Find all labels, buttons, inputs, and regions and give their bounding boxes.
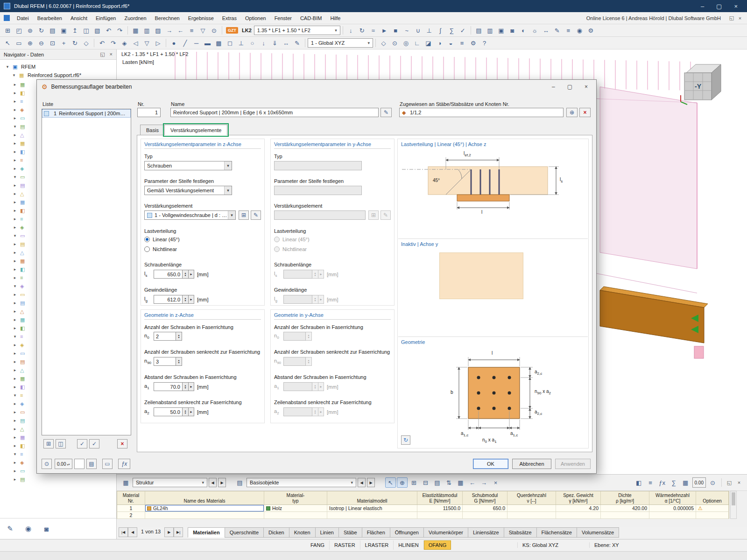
chevron-right-icon[interactable]: ▾ (12, 284, 18, 288)
new-list-item-button[interactable]: ⊞ (43, 439, 54, 448)
chevron-right-icon[interactable]: ▸ (12, 166, 18, 171)
dialog-zoom-button[interactable]: ⊙ (42, 459, 52, 469)
table-settings-icon[interactable]: ≡ (186, 25, 197, 35)
chevron-right-icon[interactable]: ▸ (12, 99, 18, 104)
box-select-icon[interactable]: ▭ (14, 38, 24, 48)
edit-reinforcement-button[interactable]: ✎ (251, 210, 261, 220)
line-icon[interactable]: ╱ (180, 38, 190, 48)
column-header[interactable]: Optionen (696, 491, 729, 504)
clear-assignment-button[interactable]: × (579, 108, 591, 117)
spinner-arrows[interactable]: ▴▾ (183, 295, 189, 304)
chevron-right-icon[interactable]: ▸ (12, 469, 18, 473)
column-header[interactable]: MaterialNr. (117, 491, 145, 504)
edit-name-button[interactable]: ✎ (381, 108, 392, 117)
maximize-button[interactable]: ▢ (716, 3, 722, 10)
paste-icon[interactable]: ▧ (92, 25, 103, 35)
internal-forces-icon[interactable]: ∫ (435, 25, 446, 35)
load-icon[interactable]: ↓ (345, 25, 356, 35)
clipboard-icon[interactable]: ▣ (496, 25, 507, 35)
pick-list-button[interactable]: ▤ (86, 459, 97, 469)
column-header[interactable]: Spez. Gewichtγ [kN/m³] (556, 491, 601, 504)
view-y-icon[interactable]: ▽ (141, 38, 152, 48)
chevron-down-icon[interactable]: ▾ (5, 64, 10, 69)
color-swatch-button[interactable] (74, 459, 85, 469)
support-forces-icon[interactable]: ⊥ (424, 25, 435, 35)
column-header[interactable]: Material-typ (264, 491, 327, 504)
table-edit-icon[interactable]: ▨ (153, 25, 163, 35)
table-tab[interactable]: Liniensätze (468, 527, 504, 538)
menu-item[interactable]: Optionen (241, 14, 270, 23)
a1-input[interactable]: 70.0 (154, 382, 183, 391)
table-icon[interactable]: ▦ (130, 25, 141, 35)
detail-picker-button[interactable]: ▸ (189, 407, 194, 416)
detail-picker-button[interactable]: ▸ (189, 270, 194, 279)
menu-item[interactable]: Bearbeiten (33, 14, 66, 23)
stiffness-param-select[interactable]: Gemäß Verstärkungselement▾ (144, 186, 232, 195)
dimension-icon[interactable]: ↔ (281, 38, 291, 48)
design-check-icon[interactable]: ✓ (458, 25, 468, 35)
chevron-right-icon[interactable]: ▸ (12, 259, 18, 263)
float-table-icon[interactable]: ◱ (725, 478, 733, 487)
chevron-right-icon[interactable]: ▸ (12, 292, 18, 297)
snap-toggle[interactable]: FANG (306, 540, 330, 550)
copy-icon[interactable]: ◫ (81, 25, 92, 35)
light-icon[interactable]: ☼ (529, 25, 540, 35)
tab-verstaerkungselemente[interactable]: Verstärkungselemente (164, 125, 227, 135)
formula-button[interactable]: ƒx (118, 459, 130, 469)
chevron-right-icon[interactable]: ▸ (12, 91, 18, 95)
chevron-right-icon[interactable]: ▸ (12, 317, 18, 322)
sync-icon[interactable]: ↻ (36, 25, 47, 35)
new-reinforcement-button[interactable]: ⊞ (239, 210, 249, 220)
navigator-tree-item[interactable]: ▸ ▤ (0, 475, 116, 483)
table-tab[interactable]: Knoten (289, 527, 316, 538)
report-icon[interactable]: ▤ (473, 25, 484, 35)
chevron-right-icon[interactable]: ▸ (12, 158, 18, 162)
clipping-icon[interactable]: ◪ (423, 38, 434, 48)
chevron-right-icon[interactable]: ▾ (12, 233, 18, 238)
new-row-icon[interactable]: ⊞ (409, 477, 419, 488)
search-icon[interactable]: ⊙ (209, 25, 219, 35)
select-all-button[interactable]: ✓ (77, 439, 87, 448)
chevron-right-icon[interactable]: ▸ (12, 435, 18, 440)
snap-toggle[interactable]: LRASTER (360, 540, 394, 550)
chevron-right-icon[interactable]: ▸ (12, 116, 18, 120)
cancel-button[interactable]: Abbrechen (512, 459, 551, 469)
table-decimals-button[interactable]: 0.00 (692, 477, 706, 488)
solid-icon[interactable]: ▩ (213, 38, 224, 48)
table-tab[interactable]: Materialien (188, 527, 225, 538)
shadow-icon[interactable]: ◒ (445, 38, 456, 48)
chevron-right-icon[interactable]: ▸ (12, 250, 18, 255)
chevron-right-icon[interactable]: ▸ (12, 410, 18, 414)
opening-icon[interactable]: ◻ (225, 38, 235, 48)
calculate-icon[interactable]: ► (379, 25, 390, 35)
table-tab[interactable]: Flächen (362, 527, 390, 538)
spinner-arrows[interactable]: ▴▾ (183, 270, 189, 279)
menu-item[interactable]: CAD-BIM (296, 14, 326, 23)
previous-view-icon[interactable]: ↶ (97, 38, 107, 48)
next-group-button[interactable]: ▶ (367, 478, 375, 487)
next-view-icon[interactable]: ↷ (108, 38, 119, 48)
n0-input[interactable]: 2 (154, 332, 176, 341)
menu-item[interactable]: Zuordnen (120, 14, 150, 23)
new-model-icon[interactable]: ⊞ (2, 25, 13, 35)
results-icon[interactable]: ~ (402, 25, 412, 35)
menu-item[interactable]: Hilfe (326, 14, 345, 23)
chevron-right-icon[interactable]: ▸ (12, 217, 18, 221)
table-tab[interactable]: Stabsätze (504, 527, 537, 538)
ortho-icon[interactable]: ∟ (412, 38, 423, 48)
fill-color-icon[interactable]: ◧ (634, 477, 644, 488)
dock-panel-icon[interactable]: ◱ (100, 51, 105, 57)
select-pointer-icon[interactable]: ↖ (2, 38, 13, 48)
menu-item[interactable]: Einfügen (92, 14, 120, 23)
table-tab[interactable]: Öffnungen (390, 527, 424, 538)
tab-basis[interactable]: Basis (140, 125, 165, 135)
nonlinear-radio[interactable] (144, 246, 150, 252)
zoom-window-icon[interactable]: ⊡ (47, 38, 58, 48)
open-model-icon[interactable]: ◰ (14, 25, 24, 35)
iso-view-icon[interactable]: ◈ (119, 38, 130, 48)
chevron-right-icon[interactable]: ▸ (12, 275, 18, 280)
stress-icon[interactable]: ∑ (446, 25, 457, 35)
undo-icon[interactable]: ↶ (103, 25, 114, 35)
stats-icon[interactable]: ≡ (457, 38, 467, 48)
spinner-arrows[interactable]: ▴▾ (176, 332, 182, 341)
